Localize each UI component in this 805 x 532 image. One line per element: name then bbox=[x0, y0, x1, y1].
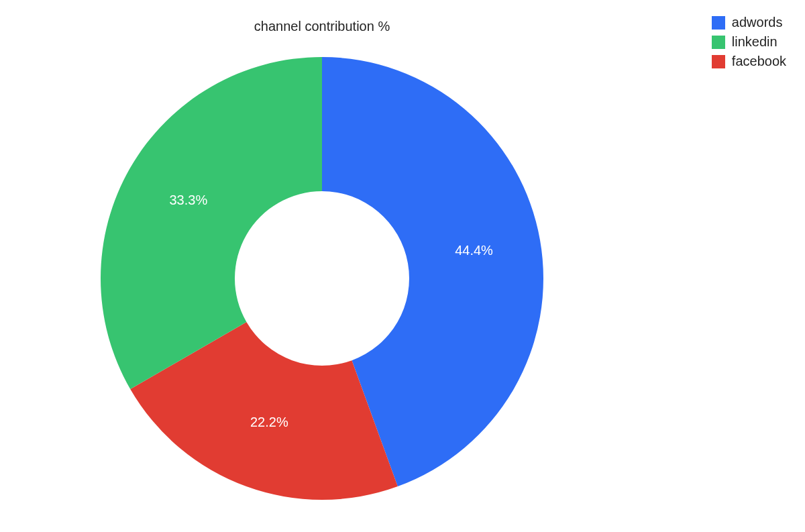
legend-swatch-facebook bbox=[712, 55, 725, 68]
slice-linkedin bbox=[101, 57, 322, 389]
slice-label-adwords: 44.4% bbox=[455, 243, 493, 258]
legend-label: facebook bbox=[732, 54, 786, 69]
slice-label-linkedin: 33.3% bbox=[169, 193, 207, 207]
legend-swatch-linkedin bbox=[712, 36, 725, 49]
chart-container: channel contribution % 44.4%22.2%33.3% a… bbox=[0, 0, 805, 532]
legend-item-linkedin: linkedin bbox=[712, 34, 786, 50]
legend-item-facebook: facebook bbox=[712, 54, 786, 69]
legend-label: adwords bbox=[732, 15, 783, 30]
slice-label-facebook: 22.2% bbox=[250, 415, 288, 429]
legend-swatch-adwords bbox=[712, 16, 725, 30]
chart-title: channel contribution % bbox=[0, 19, 644, 34]
legend-label: linkedin bbox=[732, 34, 777, 50]
legend-item-adwords: adwords bbox=[712, 15, 786, 30]
legend: adwordslinkedinfacebook bbox=[712, 15, 786, 69]
donut-chart: 44.4%22.2%33.3% bbox=[87, 44, 557, 513]
